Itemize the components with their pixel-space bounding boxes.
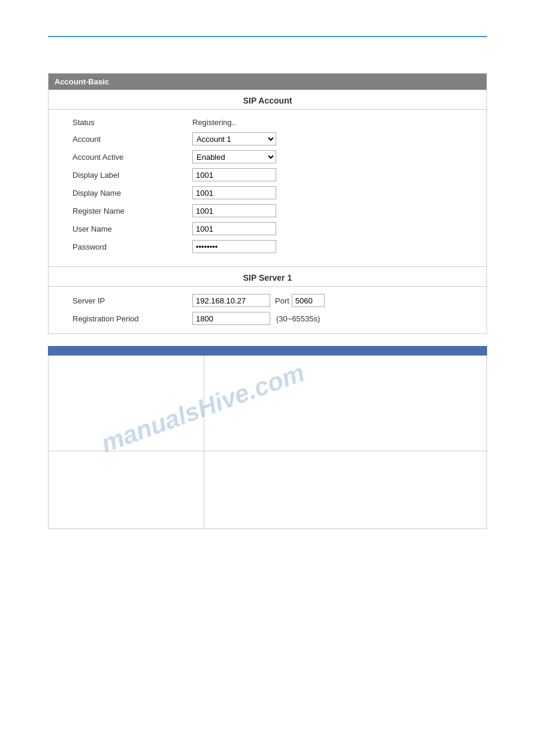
reg-period-label: Registration Period [72, 314, 192, 323]
user-name-input[interactable] [192, 222, 276, 235]
table-cell-1-1 [49, 356, 204, 451]
password-label: Password [72, 242, 192, 251]
account-select[interactable]: Account 1 [192, 132, 276, 145]
user-name-label: User Name [72, 224, 192, 233]
display-name-input[interactable] [192, 186, 276, 199]
account-label: Account [72, 135, 192, 144]
table-cell-2-2 [204, 451, 487, 529]
account-active-row: Account Active Enabled [49, 148, 486, 166]
port-label: Port [275, 296, 289, 305]
sip-server1-subsection: SIP Server 1 Server IP Port Registration… [49, 267, 486, 333]
table-row [49, 451, 487, 529]
col2-header [204, 347, 487, 356]
register-name-label: Register Name [72, 207, 192, 215]
account-basic-section: Account-Basic SIP Account Status Registe… [48, 73, 487, 334]
account-row: Account Account 1 [49, 130, 486, 148]
server-ip-label: Server IP [72, 296, 192, 305]
status-row: Status Registering.. [49, 114, 486, 130]
user-name-row: User Name [49, 220, 486, 238]
reg-period-hint: (30~65535s) [276, 314, 320, 323]
password-row: Password [49, 238, 486, 256]
port-input[interactable] [292, 294, 325, 307]
data-table [48, 346, 487, 529]
sip-account-subsection: SIP Account Status Registering.. Account… [49, 90, 486, 262]
register-name-input[interactable] [192, 204, 276, 217]
status-label: Status [72, 118, 192, 127]
display-label-row: Display Label [49, 166, 486, 184]
register-name-row: Register Name [49, 202, 486, 220]
password-input[interactable] [192, 240, 276, 253]
server-ip-input[interactable] [192, 294, 270, 307]
display-name-label: Display Name [72, 189, 192, 198]
section-header: Account-Basic [49, 74, 486, 90]
reg-period-input[interactable] [192, 312, 270, 325]
table-row [49, 356, 487, 451]
table-cell-1-2 [204, 356, 487, 451]
reg-period-row: Registration Period (30~65535s) [49, 309, 486, 327]
table-cell-2-1 [49, 451, 204, 529]
top-divider [48, 36, 487, 37]
display-label-label: Display Label [72, 171, 192, 180]
account-active-select[interactable]: Enabled [192, 150, 276, 163]
sip-server1-title: SIP Server 1 [49, 267, 486, 287]
col1-header [49, 347, 204, 356]
status-value: Registering.. [192, 118, 236, 127]
sip-account-title: SIP Account [49, 90, 486, 110]
data-table-container: manualsHive.com [48, 346, 487, 529]
server-ip-row: Server IP Port [49, 292, 486, 309]
display-name-row: Display Name [49, 184, 486, 202]
display-label-input[interactable] [192, 168, 276, 181]
account-active-label: Account Active [72, 153, 192, 162]
